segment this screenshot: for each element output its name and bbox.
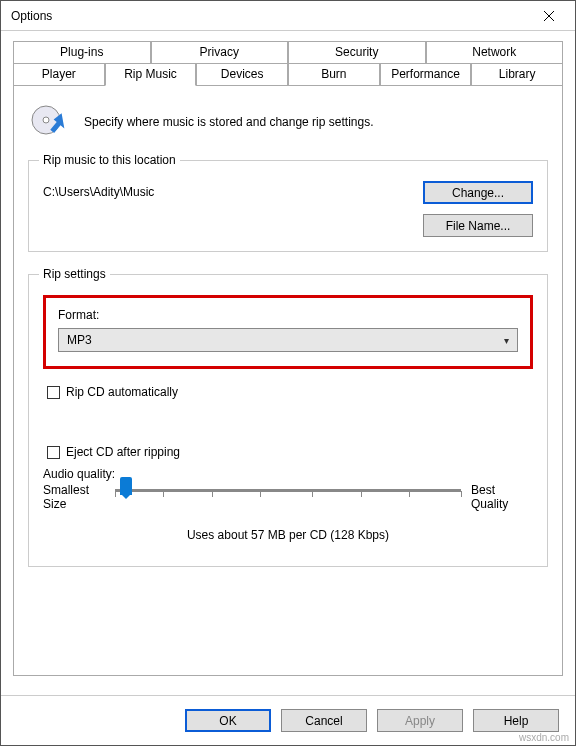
tab-rip-music[interactable]: Rip Music (105, 63, 197, 86)
close-icon (544, 11, 554, 21)
format-combobox[interactable]: MP3 ▾ (58, 328, 518, 352)
slider-thumb-icon (120, 477, 132, 495)
tab-burn[interactable]: Burn (288, 63, 380, 86)
file-name-button[interactable]: File Name... (423, 214, 533, 237)
checkbox-icon (47, 386, 60, 399)
checkbox-icon (47, 446, 60, 459)
tab-network[interactable]: Network (426, 41, 564, 63)
aq-right-label: Best Quality (471, 483, 533, 512)
format-value: MP3 (67, 333, 92, 347)
titlebar: Options (1, 1, 575, 31)
audio-quality-section: Audio quality: Smallest Size (43, 467, 533, 542)
panel-header: Specify where music is stored and change… (28, 100, 548, 144)
tab-player[interactable]: Player (13, 63, 105, 86)
rip-location-path: C:\Users\Adity\Music (43, 181, 154, 199)
rip-auto-checkbox-row[interactable]: Rip CD automatically (47, 385, 533, 399)
tab-plugins[interactable]: Plug-ins (13, 41, 151, 63)
group-rip-location: Rip music to this location C:\Users\Adit… (28, 160, 548, 252)
close-button[interactable] (529, 2, 569, 30)
group-rip-location-label: Rip music to this location (39, 153, 180, 167)
change-button[interactable]: Change... (423, 181, 533, 204)
tab-devices[interactable]: Devices (196, 63, 288, 86)
group-rip-settings: Rip settings Format: MP3 ▾ Rip CD automa… (28, 274, 548, 567)
audio-quality-label: Audio quality: (43, 467, 533, 481)
audio-quality-caption: Uses about 57 MB per CD (128 Kbps) (43, 528, 533, 542)
chevron-down-icon: ▾ (504, 335, 509, 346)
group-rip-settings-label: Rip settings (39, 267, 110, 281)
tab-security[interactable]: Security (288, 41, 426, 63)
eject-label: Eject CD after ripping (66, 445, 180, 459)
dialog-footer: OK Cancel Apply Help (1, 695, 575, 745)
tab-panel-rip-music: Specify where music is stored and change… (13, 86, 563, 676)
watermark: wsxdn.com (519, 732, 569, 743)
cancel-button[interactable]: Cancel (281, 709, 367, 732)
panel-description: Specify where music is stored and change… (84, 115, 373, 129)
help-button[interactable]: Help (473, 709, 559, 732)
aq-left-label: Smallest Size (43, 483, 105, 512)
tab-library[interactable]: Library (471, 63, 563, 86)
tab-performance[interactable]: Performance (380, 63, 472, 86)
rip-music-icon (28, 100, 72, 144)
ok-button[interactable]: OK (185, 709, 271, 732)
svg-point-3 (43, 117, 49, 123)
apply-button[interactable]: Apply (377, 709, 463, 732)
tab-privacy[interactable]: Privacy (151, 41, 289, 63)
format-label: Format: (58, 308, 518, 322)
audio-quality-slider[interactable] (115, 483, 461, 492)
window-title: Options (11, 9, 52, 23)
tab-row-bottom: Player Rip Music Devices Burn Performanc… (13, 63, 563, 86)
tab-control: Plug-ins Privacy Security Network Player… (13, 41, 563, 676)
eject-checkbox-row[interactable]: Eject CD after ripping (47, 445, 533, 459)
tab-row-top: Plug-ins Privacy Security Network (13, 41, 563, 63)
rip-auto-label: Rip CD automatically (66, 385, 178, 399)
format-highlight-box: Format: MP3 ▾ (43, 295, 533, 369)
content-area: Plug-ins Privacy Security Network Player… (1, 31, 575, 695)
options-dialog: Options Plug-ins Privacy Security Networ… (0, 0, 576, 746)
